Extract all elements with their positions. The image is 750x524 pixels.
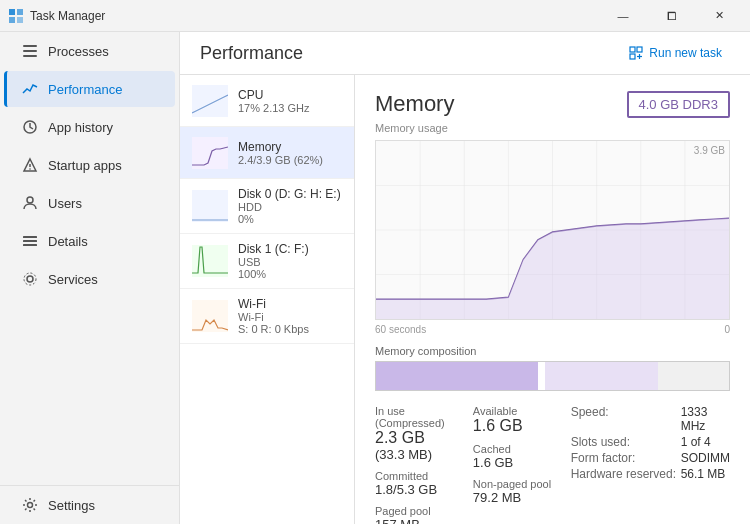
- hardware-label: Hardware reserved:: [571, 467, 681, 481]
- svg-point-16: [24, 273, 36, 285]
- available-label: Available: [473, 405, 571, 417]
- svg-point-11: [27, 197, 33, 203]
- comp-free: [658, 362, 729, 390]
- device-item-disk1[interactable]: Disk 1 (C: F:) USB 100%: [180, 234, 354, 289]
- disk1-sub1: USB: [238, 256, 342, 268]
- svg-rect-4: [23, 45, 37, 47]
- processes-icon: [20, 41, 40, 61]
- sidebar-item-app-history[interactable]: App history: [4, 109, 175, 145]
- disk1-info: Disk 1 (C: F:) USB 100%: [238, 242, 342, 280]
- cpu-name: CPU: [238, 88, 342, 102]
- sidebar-item-label: Users: [48, 196, 82, 211]
- cached-value: 1.6 GB: [473, 455, 571, 470]
- titlebar-title: Task Manager: [30, 9, 600, 23]
- sidebar-item-processes[interactable]: Processes: [4, 33, 175, 69]
- stats-grid: In use (Compressed) 2.3 GB (33.3 MB) Com…: [375, 405, 730, 524]
- sidebar-item-label: Processes: [48, 44, 109, 59]
- disk1-mini-graph: [192, 245, 228, 277]
- form-row: Form factor: SODIMM: [571, 451, 730, 465]
- svg-point-10: [29, 168, 31, 170]
- minimize-button[interactable]: —: [600, 0, 646, 32]
- content-title: Performance: [200, 43, 303, 64]
- hardware-row: Hardware reserved: 56.1 MB: [571, 467, 730, 481]
- in-use-stat: In use (Compressed) 2.3 GB (33.3 MB): [375, 405, 473, 462]
- memory-name: Memory: [238, 140, 342, 154]
- svg-rect-18: [630, 47, 635, 52]
- sidebar-item-label: Details: [48, 234, 88, 249]
- committed-value: 1.8/5.3 GB: [375, 482, 473, 497]
- chart-max-label: 3.9 GB: [694, 145, 725, 156]
- svg-rect-20: [630, 54, 635, 59]
- in-use-value: 2.3 GB: [375, 429, 473, 447]
- wifi-sub1: Wi-Fi: [238, 311, 342, 323]
- cpu-sub: 17% 2.13 GHz: [238, 102, 342, 114]
- sidebar-item-label: App history: [48, 120, 113, 135]
- titlebar-controls: — ⧠ ✕: [600, 0, 742, 32]
- main-container: Processes Performance App history: [0, 32, 750, 524]
- device-item-disk0[interactable]: Disk 0 (D: G: H: E:) HDD 0%: [180, 179, 354, 234]
- sidebar-item-details[interactable]: Details: [4, 223, 175, 259]
- committed-label: Committed: [375, 470, 473, 482]
- speed-row: Speed: 1333 MHz: [571, 405, 730, 433]
- svg-rect-25: [192, 190, 228, 222]
- paged-pool-label: Paged pool: [375, 505, 473, 517]
- svg-rect-5: [23, 50, 37, 52]
- sidebar: Processes Performance App history: [0, 32, 180, 524]
- sidebar-item-users[interactable]: Users: [4, 185, 175, 221]
- startup-icon: [20, 155, 40, 175]
- disk0-sub1: HDD: [238, 201, 342, 213]
- stats-col3: Speed: 1333 MHz Slots used: 1 of 4 Form …: [571, 405, 730, 524]
- speed-label: Speed:: [571, 405, 681, 433]
- device-item-memory[interactable]: Memory 2.4/3.9 GB (62%): [180, 127, 354, 179]
- performance-icon: [20, 79, 40, 99]
- chart-time-labels: 60 seconds 0: [375, 324, 730, 335]
- device-item-cpu[interactable]: CPU 17% 2.13 GHz: [180, 75, 354, 127]
- disk1-sub2: 100%: [238, 268, 342, 280]
- available-stat: Available 1.6 GB: [473, 405, 571, 435]
- sidebar-item-services[interactable]: Services: [4, 261, 175, 297]
- app-history-icon: [20, 117, 40, 137]
- slots-value: 1 of 4: [681, 435, 711, 449]
- content-body: CPU 17% 2.13 GHz Memory 2.4/3.9 GB (6: [180, 75, 750, 524]
- composition-bar: [375, 361, 730, 391]
- cached-stat: Cached 1.6 GB: [473, 443, 571, 470]
- sidebar-item-label: Startup apps: [48, 158, 122, 173]
- sidebar-item-settings[interactable]: Settings: [4, 487, 175, 523]
- run-new-task-button[interactable]: Run new task: [621, 42, 730, 64]
- details-icon: [20, 231, 40, 251]
- svg-point-15: [27, 276, 33, 282]
- detail-header: Memory 4.0 GB DDR3: [375, 91, 730, 118]
- svg-rect-12: [23, 236, 37, 238]
- sidebar-bottom: Settings: [0, 485, 179, 524]
- sidebar-item-startup-apps[interactable]: Startup apps: [4, 147, 175, 183]
- comp-in-use: [376, 362, 538, 390]
- stats-col2: Available 1.6 GB Cached 1.6 GB Non-paged…: [473, 405, 571, 524]
- svg-rect-14: [23, 244, 37, 246]
- run-task-icon: [629, 46, 643, 60]
- in-use-label: In use (Compressed): [375, 405, 473, 429]
- memory-sub: 2.4/3.9 GB (62%): [238, 154, 342, 166]
- in-use-compressed: (33.3 MB): [375, 447, 473, 462]
- device-item-wifi[interactable]: Wi-Fi Wi-Fi S: 0 R: 0 Kbps: [180, 289, 354, 344]
- detail-subtitle: Memory usage: [375, 122, 730, 134]
- settings-icon: [20, 495, 40, 515]
- close-button[interactable]: ✕: [696, 0, 742, 32]
- paged-pool-value: 157 MB: [375, 517, 473, 524]
- svg-rect-26: [192, 245, 228, 277]
- memory-chart-svg: [376, 141, 729, 319]
- services-icon: [20, 269, 40, 289]
- disk0-sub2: 0%: [238, 213, 342, 225]
- run-new-task-label: Run new task: [649, 46, 722, 60]
- maximize-button[interactable]: ⧠: [648, 0, 694, 32]
- paged-pool-stat: Paged pool 157 MB: [375, 505, 473, 524]
- wifi-sub2: S: 0 R: 0 Kbps: [238, 323, 342, 335]
- sidebar-item-performance[interactable]: Performance: [4, 71, 175, 107]
- memory-chart: 3.9 GB: [375, 140, 730, 320]
- cached-label: Cached: [473, 443, 571, 455]
- svg-rect-6: [23, 55, 37, 57]
- svg-rect-23: [192, 85, 228, 117]
- app-icon: [8, 8, 24, 24]
- content-area: Performance Run new task: [180, 32, 750, 524]
- sidebar-item-label: Services: [48, 272, 98, 287]
- non-paged-value: 79.2 MB: [473, 490, 571, 505]
